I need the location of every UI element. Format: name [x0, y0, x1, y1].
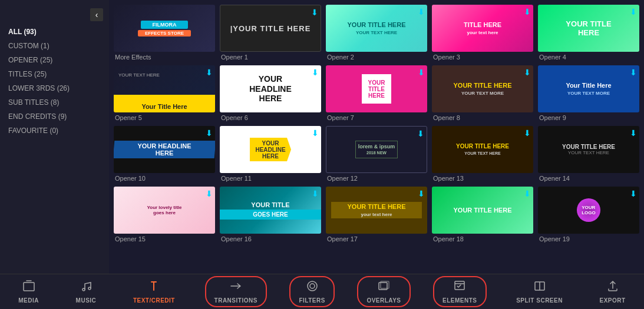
card-opener17[interactable]: YOUR TITLE HEREyour text here ⬇ Opener 1… — [326, 187, 427, 242]
card-label-opener2: Opener 2 — [326, 54, 427, 61]
card-label-opener1: Opener 1 — [220, 54, 321, 61]
sidebar-item-lower3rds[interactable]: LOWER 3RDS (26) — [0, 81, 109, 95]
sidebar-item-endcredits[interactable]: END CREDITS (9) — [0, 109, 109, 124]
grid-area: FILMORA EFFECTS STORE More Effects |YOUR… — [109, 0, 644, 274]
card-label-opener5: Opener 5 — [114, 114, 215, 121]
sidebar-item-titles[interactable]: TITLES (25) — [0, 67, 109, 81]
card-label-opener17: Opener 17 — [326, 235, 427, 242]
card-label-opener19: Opener 19 — [538, 235, 639, 242]
card-opener8[interactable]: YOUR TITLE HEREYOUR TEXT MORE ⬇ Opener 8 — [432, 65, 533, 121]
transitions-icon — [229, 280, 242, 295]
card-label-opener12: Opener 12 — [326, 175, 427, 182]
sidebar-item-favourite[interactable]: FAVOURITE (0) — [0, 124, 109, 138]
text-credit-label: TEXT/CREDIT — [133, 297, 175, 304]
back-arrow-button[interactable]: ‹ — [90, 8, 103, 21]
music-icon — [80, 280, 93, 295]
card-opener11[interactable]: YOURHEADLINEHERE ⬇ Opener 11 — [220, 126, 321, 182]
filters-icon — [306, 280, 319, 295]
elements-icon — [453, 280, 466, 295]
sidebar-item-opener[interactable]: OPENER (25) — [0, 53, 109, 67]
card-label-opener15: Opener 15 — [114, 235, 215, 242]
text-credit-icon — [147, 280, 160, 295]
overlays-icon — [377, 280, 390, 295]
sidebar: ‹ ALL (93)CUSTOM (1)OPENER (25)TITLES (2… — [0, 0, 109, 274]
svg-rect-0 — [24, 283, 34, 291]
card-opener13[interactable]: YOUR TITLE HEREYOUR TEXT HERE ⬇ Opener 1… — [432, 126, 533, 182]
card-label-opener6: Opener 6 — [220, 114, 321, 121]
sidebar-item-subtitles[interactable]: SUB TITLES (8) — [0, 95, 109, 109]
card-opener12[interactable]: lorem & ipsum2018 NEW ⬇ Opener 12 — [326, 126, 427, 182]
sidebar-item-custom[interactable]: CUSTOM (1) — [0, 39, 109, 53]
card-opener19[interactable]: YOURLOGO ⬇ Opener 19 — [538, 187, 639, 242]
bottom-item-filters[interactable]: FILTERS — [289, 276, 334, 307]
elements-label: ELEMENTS — [442, 297, 477, 304]
bottom-item-media[interactable]: MEDIA — [11, 277, 46, 306]
card-label-more-effects: More Effects — [114, 54, 215, 61]
card-opener15[interactable]: Your lovely titlegoes here ⬇ Opener 15 — [114, 187, 215, 242]
svg-point-4 — [310, 284, 315, 288]
card-opener9[interactable]: Your Title HereYOUR TEXT MORE ⬇ Opener 9 — [538, 65, 639, 121]
bottom-item-export[interactable]: EXPORT — [593, 277, 633, 306]
main-content: ‹ ALL (93)CUSTOM (1)OPENER (25)TITLES (2… — [0, 0, 644, 274]
split-screen-icon — [533, 280, 546, 295]
bottom-item-split-screen[interactable]: SPLIT SCREEN — [509, 277, 570, 306]
overlays-label: OVERLAYS — [366, 297, 401, 304]
card-label-opener18: Opener 18 — [432, 235, 533, 242]
card-opener16[interactable]: YOUR TITLE GOES HERE ⬇ Opener 16 — [220, 187, 321, 242]
bottom-bar: MEDIA MUSIC TEXT/CREDIT TRANSITIONS FILT… — [0, 274, 644, 309]
card-opener3[interactable]: TITLE HEREyour text here ⬇ Opener 3 — [432, 5, 533, 61]
card-opener6[interactable]: YOURHEADLINEHERE ⬇ Opener 6 — [220, 65, 321, 121]
bottom-item-elements[interactable]: ELEMENTS — [433, 276, 486, 307]
card-label-opener8: Opener 8 — [432, 114, 533, 121]
svg-point-3 — [308, 281, 317, 291]
card-opener18[interactable]: YOUR TITLE HERE ⬇ Opener 18 — [432, 187, 533, 242]
effects-grid: FILMORA EFFECTS STORE More Effects |YOUR… — [114, 5, 639, 242]
card-label-opener10: Opener 10 — [114, 175, 215, 182]
media-label: MEDIA — [18, 297, 39, 304]
card-opener1[interactable]: |YOUR TITLE HERE ⬇ Opener 1 — [220, 5, 321, 61]
card-opener10[interactable]: YOUR HEADLINEHERE ⬇ Opener 10 — [114, 126, 215, 182]
split-screen-label: SPLIT SCREEN — [516, 297, 563, 304]
media-icon — [22, 280, 35, 295]
music-label: MUSIC — [76, 297, 97, 304]
export-label: EXPORT — [600, 297, 626, 304]
card-opener2[interactable]: YOUR TITLE HEREYOUR TEXT HERE ⬇ Opener 2 — [326, 5, 427, 61]
sidebar-item-all[interactable]: ALL (93) — [0, 25, 109, 39]
bottom-item-overlays[interactable]: OVERLAYS — [357, 276, 410, 307]
bottom-item-transitions[interactable]: TRANSITIONS — [205, 276, 267, 307]
card-opener4[interactable]: YOUR TITLEHERE ⬇ Opener 4 — [538, 5, 639, 61]
card-label-opener13: Opener 13 — [432, 175, 533, 182]
transitions-label: TRANSITIONS — [214, 297, 257, 304]
card-label-opener7: Opener 7 — [326, 114, 427, 121]
export-icon — [606, 280, 619, 295]
card-opener7[interactable]: YOURTITLEHERE ⬇ Opener 7 — [326, 65, 427, 121]
card-opener5[interactable]: YOUR TEXT HERE Your Title Here ⬇ Opener … — [114, 65, 215, 121]
card-label-opener16: Opener 16 — [220, 235, 321, 242]
card-label-opener4: Opener 4 — [538, 54, 639, 61]
bottom-item-text-credit[interactable]: TEXT/CREDIT — [126, 277, 182, 306]
svg-point-1 — [82, 288, 85, 291]
card-label-opener3: Opener 3 — [432, 54, 533, 61]
svg-point-2 — [88, 287, 91, 290]
card-more-effects[interactable]: FILMORA EFFECTS STORE More Effects — [114, 5, 215, 61]
bottom-item-music[interactable]: MUSIC — [69, 277, 104, 306]
filters-label: FILTERS — [299, 297, 325, 304]
card-label-opener14: Opener 14 — [538, 175, 639, 182]
card-label-opener9: Opener 9 — [538, 114, 639, 121]
card-opener14[interactable]: YOUR TITLE HERE YOUR TEXT HERE ⬇ Opener … — [538, 126, 639, 182]
back-button-area: ‹ — [0, 5, 109, 25]
card-label-opener11: Opener 11 — [220, 175, 321, 182]
